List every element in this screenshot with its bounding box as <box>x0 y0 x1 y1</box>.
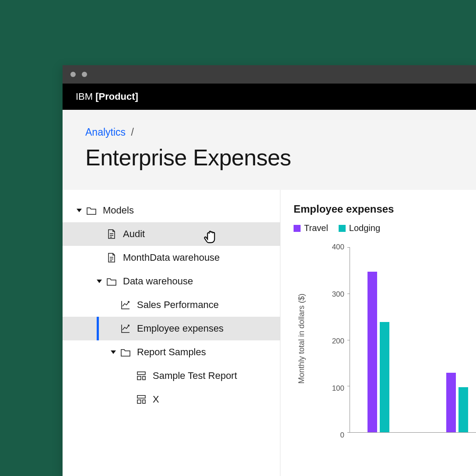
folder-icon <box>120 347 131 357</box>
sidebar-tree: ModelsAuditMonthData warehouseData wareh… <box>63 190 280 476</box>
tree-item-label: Employee expenses <box>137 323 224 334</box>
tree-item-emp-expenses[interactable]: Employee expenses <box>63 317 280 340</box>
chart-title: Employee expenses <box>294 203 476 215</box>
tree-item-sample-test[interactable]: Sample Test Report <box>63 364 280 388</box>
breadcrumb-separator: / <box>131 126 133 138</box>
y-tick-label: 100 <box>332 384 344 393</box>
folder-icon <box>106 276 117 287</box>
tree-item-report-samples[interactable]: Report Samples <box>63 340 280 364</box>
document-icon <box>106 252 117 263</box>
y-tick-mark <box>347 294 350 294</box>
y-tick-mark <box>347 386 350 386</box>
report-icon <box>136 371 147 381</box>
legend-swatch <box>294 225 301 232</box>
chart-plot-area <box>350 247 476 433</box>
y-tick-mark <box>347 340 350 340</box>
chevron-down-icon[interactable] <box>77 209 82 212</box>
legend-item-travel[interactable]: Travel <box>294 223 328 233</box>
chart-legend: TravelLodging <box>294 223 476 233</box>
tree-item-label: Data warehouse <box>123 276 193 287</box>
chevron-down-icon[interactable] <box>111 350 116 354</box>
report-icon <box>136 394 147 405</box>
hand-cursor-icon <box>203 229 217 243</box>
bar-travel[interactable] <box>446 373 456 433</box>
bar-group <box>368 272 389 433</box>
legend-label: Travel <box>304 223 328 233</box>
tree-item-audit[interactable]: Audit <box>63 222 280 246</box>
legend-item-lodging[interactable]: Lodging <box>339 223 380 233</box>
chart-y-axis: 0100200300400 <box>317 247 344 435</box>
legend-label: Lodging <box>349 223 380 233</box>
bar-lodging[interactable] <box>380 322 389 432</box>
breadcrumb-link-analytics[interactable]: Analytics <box>85 126 126 138</box>
tree-item-label: Sample Test Report <box>153 370 237 382</box>
chart-icon <box>120 323 131 334</box>
chart-stage: Monthly total in dollars ($) 01002003004… <box>304 245 476 433</box>
product-name: [Product] <box>95 91 138 102</box>
window-control-dot[interactable] <box>70 72 76 77</box>
brand-name: IBM <box>76 91 93 102</box>
chevron-down-icon[interactable] <box>97 280 102 283</box>
chart-icon <box>120 300 131 310</box>
bar-travel[interactable] <box>368 272 377 433</box>
tree-item-data-warehouse[interactable]: Data warehouse <box>63 270 280 293</box>
tree-item-label: Report Samples <box>137 346 206 358</box>
bar-group <box>446 373 468 433</box>
y-tick-mark <box>347 247 350 248</box>
y-tick-label: 200 <box>332 337 344 346</box>
tree-item-label: Sales Performance <box>137 299 219 311</box>
page-title: Enterprise Expenses <box>85 144 476 171</box>
tree-item-label: Models <box>103 205 134 216</box>
y-tick-label: 400 <box>332 243 344 252</box>
tree-item-x[interactable]: X <box>63 388 280 411</box>
window-control-dot[interactable] <box>82 72 87 77</box>
app-header: IBM [Product] <box>63 84 476 110</box>
tree-item-monthdata-wh[interactable]: MonthData warehouse <box>63 246 280 270</box>
page-header: Analytics / Enterprise Expenses <box>63 110 476 190</box>
app-window: IBM [Product] Analytics / Enterprise Exp… <box>63 65 476 476</box>
bar-lodging[interactable] <box>458 387 468 432</box>
legend-swatch <box>339 225 346 232</box>
tree-item-label: X <box>153 394 159 405</box>
y-tick-label: 0 <box>340 431 344 440</box>
tree-item-label: MonthData warehouse <box>123 252 220 263</box>
tree-item-sales-perf[interactable]: Sales Performance <box>63 293 280 317</box>
content-area: ModelsAuditMonthData warehouseData wareh… <box>63 190 476 476</box>
chart-y-axis-label: Monthly total in dollars ($) <box>297 294 306 384</box>
folder-icon <box>86 205 97 216</box>
tree-item-label: Audit <box>123 228 145 240</box>
y-tick-mark <box>347 432 350 433</box>
chart-panel: Employee expenses TravelLodging Monthly … <box>280 190 476 476</box>
document-icon <box>106 229 117 239</box>
y-tick-label: 300 <box>332 290 344 299</box>
window-chrome <box>63 65 476 84</box>
tree-item-models[interactable]: Models <box>63 199 280 222</box>
breadcrumb: Analytics / <box>85 126 476 138</box>
